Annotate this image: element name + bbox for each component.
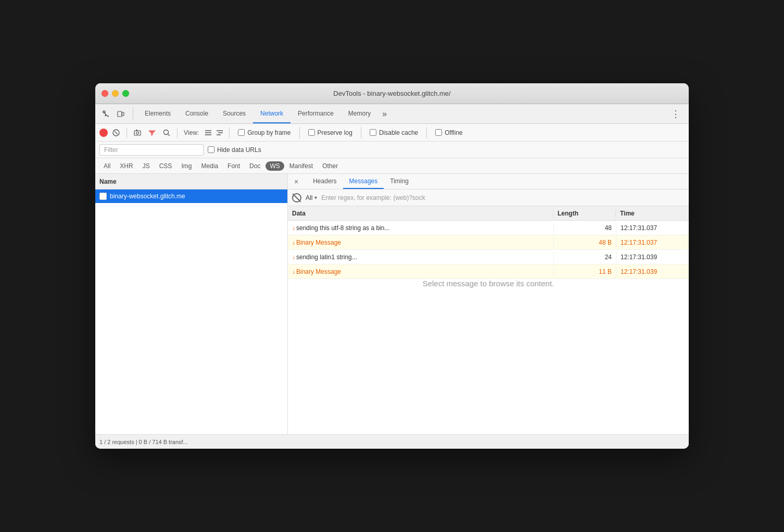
close-details-button[interactable]: × [292, 176, 300, 187]
msg-data-2: ↓Binary Message [288, 237, 553, 248]
request-name: binary-websocket.glitch.me [110, 193, 185, 200]
filter-font[interactable]: Font [223, 161, 244, 171]
details-tab-bar: × Headers Messages Timing [288, 174, 689, 189]
clear-button[interactable] [110, 126, 122, 139]
filter-input[interactable] [99, 144, 204, 156]
down-arrow-icon: ↓ [292, 224, 295, 232]
inspect-icon[interactable] [99, 107, 113, 121]
tab-memory[interactable]: Memory [341, 104, 378, 123]
down-arrow-icon: ↓ [292, 254, 295, 261]
record-button[interactable] [99, 129, 108, 137]
main-content: Name binary-websocket.glitch.me × Header… [95, 174, 689, 434]
maximize-button[interactable] [122, 90, 129, 97]
tab-bar-right: ⋮ [667, 108, 685, 120]
separator4 [299, 127, 300, 138]
tab-timing[interactable]: Timing [384, 174, 415, 189]
filter-ws[interactable]: WS [265, 161, 284, 171]
request-item[interactable]: binary-websocket.glitch.me [95, 189, 287, 203]
filter-manifest[interactable]: Manifest [285, 161, 317, 171]
messages-search-input[interactable] [321, 192, 685, 204]
view-label: View: [182, 129, 201, 136]
more-options-button[interactable]: ⋮ [667, 108, 685, 120]
hide-data-urls-checkbox[interactable]: Hide data URLs [208, 146, 261, 154]
tab-bar: Elements Console Sources Network Perform… [95, 104, 689, 124]
message-row[interactable]: ↓sending this utf-8 string as a bin... 4… [288, 221, 689, 235]
capture-screenshot-button[interactable] [131, 126, 144, 139]
preserve-log-checkbox[interactable]: Preserve log [304, 129, 357, 136]
tab-console[interactable]: Console [178, 104, 216, 123]
tab-messages[interactable]: Messages [343, 174, 384, 189]
favicon-icon [99, 193, 107, 200]
tab-performance[interactable]: Performance [290, 104, 341, 123]
filter-button[interactable] [146, 126, 158, 139]
msg-length-3: 24 [553, 251, 616, 263]
filter-doc[interactable]: Doc [245, 161, 264, 171]
separator5 [361, 127, 361, 138]
dropdown-arrow-icon: ▾ [314, 195, 317, 200]
col-header-data: Data [288, 210, 553, 217]
disable-cache-checkbox[interactable]: Disable cache [365, 129, 422, 136]
msg-time-2: 12:17:31.037 [616, 237, 689, 248]
messages-filter-bar: All ▾ [288, 189, 689, 206]
msg-data-1: ↓sending this utf-8 string as a bin... [288, 222, 553, 234]
filter-img[interactable]: Img [177, 161, 196, 171]
search-button[interactable] [160, 126, 173, 139]
filter-bar: Hide data URLs [95, 142, 689, 158]
list-view-button[interactable] [203, 128, 213, 138]
separator2 [177, 128, 178, 138]
message-row[interactable]: ↓sending latin1 string... 24 12:17:31.03… [288, 250, 689, 264]
filter-other[interactable]: Other [318, 161, 342, 171]
msg-data-3: ↓sending latin1 string... [288, 251, 553, 263]
separator1 [127, 128, 127, 138]
network-toolbar: View: Group by frame [95, 124, 689, 142]
offline-checkbox[interactable]: Offline [431, 129, 466, 136]
more-tabs-button[interactable]: » [378, 109, 391, 119]
minimize-button[interactable] [112, 90, 119, 97]
filter-all[interactable]: All [99, 161, 115, 171]
requests-panel: Name binary-websocket.glitch.me [95, 174, 288, 434]
tab-elements[interactable]: Elements [137, 104, 178, 123]
col-header-time: Time [616, 210, 689, 217]
filter-js[interactable]: JS [138, 161, 154, 171]
msg-data-4: ↓Binary Message [288, 266, 553, 277]
filter-css[interactable]: CSS [155, 161, 176, 171]
traffic-lights [102, 90, 129, 97]
tab-headers[interactable]: Headers [307, 174, 343, 189]
msg-length-1: 48 [553, 222, 616, 234]
msg-length-2: 48 B [553, 237, 616, 248]
col-header-length: Length [553, 210, 616, 217]
main-tabs: Elements Console Sources Network Perform… [137, 104, 667, 123]
message-row[interactable]: ↓Binary Message 11 B 12:17:31.039 [288, 264, 689, 279]
details-panel: × Headers Messages Timing All ▾ [288, 174, 689, 434]
msg-time-4: 12:17:31.039 [616, 266, 689, 277]
filter-media[interactable]: Media [197, 161, 222, 171]
tab-sources[interactable]: Sources [216, 104, 253, 123]
messages-table-header: Data Length Time [288, 206, 689, 221]
close-button[interactable] [102, 90, 108, 97]
group-by-frame-checkbox[interactable]: Group by frame [234, 129, 295, 136]
message-row[interactable]: ↓Binary Message 48 B 12:17:31.037 [288, 235, 689, 250]
svg-rect-5 [134, 131, 141, 135]
window-title: DevTools - binary-websocket.glitch.me/ [333, 90, 450, 97]
title-bar: DevTools - binary-websocket.glitch.me/ [95, 83, 689, 104]
messages-table: Data Length Time ↓sending this utf-8 str… [288, 206, 689, 434]
waterfall-view-button[interactable] [214, 128, 225, 138]
svg-rect-1 [118, 111, 122, 117]
device-icon[interactable] [114, 107, 128, 121]
svg-rect-7 [136, 130, 137, 131]
tab-network[interactable]: Network [253, 104, 290, 123]
svg-line-4 [115, 131, 118, 134]
separator3 [229, 127, 230, 138]
separator6 [426, 127, 427, 138]
no-filter-icon [292, 193, 301, 202]
status-bar: 1 / 2 requests | 0 B / 714 B transf... [95, 434, 689, 449]
devtools-window: DevTools - binary-websocket.glitch.me/ E… [95, 83, 689, 449]
view-toggle [203, 128, 225, 138]
msg-time-1: 12:17:31.037 [616, 222, 689, 234]
svg-line-9 [168, 134, 170, 136]
down-arrow-icon: ↓ [292, 239, 295, 246]
messages-type-filter[interactable]: All ▾ [306, 194, 317, 201]
filter-xhr[interactable]: XHR [116, 161, 137, 171]
msg-length-4: 11 B [553, 266, 616, 277]
devtools-controls [99, 107, 133, 121]
